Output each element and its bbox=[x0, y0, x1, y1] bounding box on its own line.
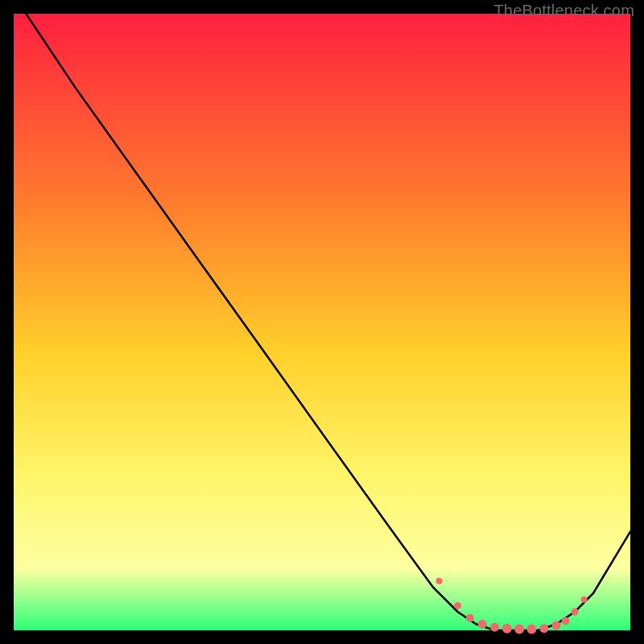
dot bbox=[552, 621, 561, 630]
dot bbox=[514, 625, 524, 634]
dot bbox=[572, 609, 579, 616]
dot bbox=[478, 620, 487, 629]
dot bbox=[436, 578, 443, 584]
gradient-panel bbox=[14, 14, 630, 630]
dot bbox=[526, 625, 536, 634]
watermark-text: TheBottleneck.com bbox=[493, 2, 634, 20]
dot bbox=[581, 597, 588, 603]
bottleneck-chart bbox=[0, 0, 644, 644]
dot bbox=[466, 614, 474, 622]
dot bbox=[562, 617, 570, 625]
dot bbox=[539, 624, 548, 633]
dot bbox=[502, 624, 512, 634]
stage: TheBottleneck.com bbox=[0, 0, 644, 644]
dot bbox=[454, 602, 461, 609]
dot bbox=[490, 623, 499, 632]
